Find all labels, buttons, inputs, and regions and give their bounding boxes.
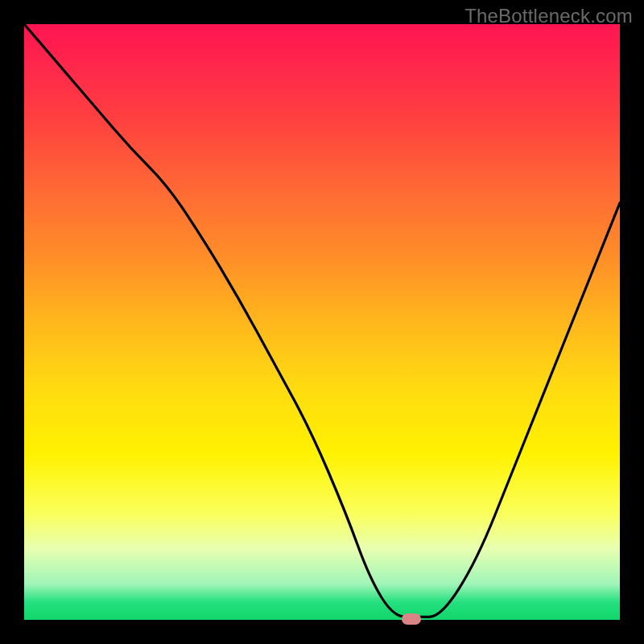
bottleneck-curve — [24, 24, 620, 617]
curve-svg — [24, 24, 620, 620]
chart-stage: TheBottleneck.com — [0, 0, 644, 644]
plot-area — [24, 24, 620, 620]
optimum-marker — [402, 613, 421, 625]
